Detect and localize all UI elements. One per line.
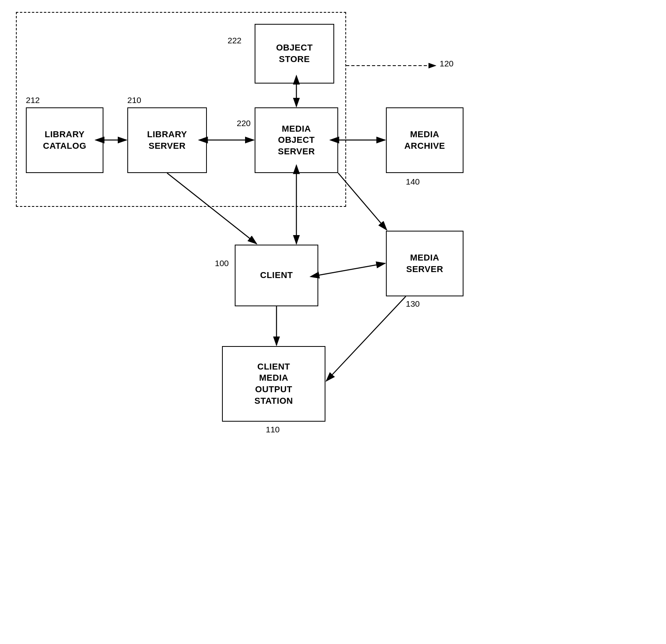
svg-line-11 <box>318 263 385 275</box>
label-220: 220 <box>237 119 251 128</box>
client-box: CLIENT <box>235 245 318 306</box>
object-store-box: OBJECTSTORE <box>255 24 334 84</box>
library-catalog-label: LIBRARYCATALOG <box>43 129 86 152</box>
client-label: CLIENT <box>260 270 293 281</box>
media-object-server-box: MEDIAOBJECTSERVER <box>255 107 338 173</box>
label-212: 212 <box>26 95 40 105</box>
object-store-label: OBJECTSTORE <box>276 42 313 65</box>
client-media-output-label: CLIENTMEDIAOUTPUTSTATION <box>255 361 293 407</box>
media-server-box: MEDIASERVER <box>386 231 463 296</box>
library-server-label: LIBRARYSERVER <box>147 129 187 152</box>
label-140: 140 <box>406 177 420 187</box>
client-media-output-box: CLIENTMEDIAOUTPUTSTATION <box>222 346 325 422</box>
media-archive-label: MEDIAARCHIVE <box>404 129 445 152</box>
media-archive-box: MEDIAARCHIVE <box>386 107 463 173</box>
label-210: 210 <box>127 95 141 105</box>
label-130: 130 <box>406 299 420 309</box>
media-server-label: MEDIASERVER <box>406 252 443 275</box>
media-object-server-label: MEDIAOBJECTSERVER <box>278 123 315 158</box>
label-222: 222 <box>228 36 241 45</box>
label-100: 100 <box>215 259 229 268</box>
label-110: 110 <box>266 425 280 434</box>
library-server-box: LIBRARYSERVER <box>127 107 207 173</box>
svg-line-13 <box>326 296 406 381</box>
system-diagram: 120 OBJECTSTORE MEDIAOBJECTSERVER LIBRAR… <box>0 0 666 644</box>
library-catalog-box: LIBRARYCATALOG <box>26 107 103 173</box>
label-120: 120 <box>440 59 454 68</box>
